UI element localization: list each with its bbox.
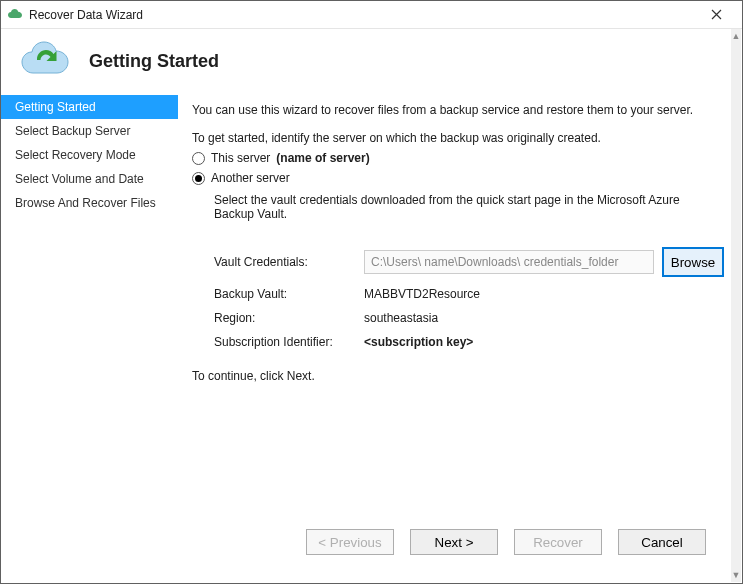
close-button[interactable] <box>696 2 736 28</box>
radio-unchecked-icon <box>192 152 205 165</box>
backup-vault-value: MABBVTD2Resource <box>364 287 480 301</box>
app-icon <box>7 7 23 23</box>
sidebar-item-getting-started[interactable]: Getting Started <box>1 95 178 119</box>
sidebar-item-select-recovery-mode[interactable]: Select Recovery Mode <box>1 143 178 167</box>
wizard-header: Getting Started <box>1 29 742 89</box>
recover-button: Recover <box>514 529 602 555</box>
subscription-identifier-value: <subscription key> <box>364 335 473 349</box>
radio-this-server-label: This server <box>211 151 270 165</box>
window-title: Recover Data Wizard <box>29 8 696 22</box>
radio-checked-icon <box>192 172 205 185</box>
vault-credentials-input[interactable] <box>364 250 654 274</box>
previous-button: < Previous <box>306 529 394 555</box>
vault-credentials-label: Vault Credentials: <box>214 255 354 269</box>
vertical-scrollbar[interactable]: ▲ ▼ <box>731 29 741 582</box>
radio-this-server-suffix: (name of server) <box>276 151 369 165</box>
region-label: Region: <box>214 311 354 325</box>
sidebar-item-select-volume-and-date[interactable]: Select Volume and Date <box>1 167 178 191</box>
cancel-button[interactable]: Cancel <box>618 529 706 555</box>
radio-this-server[interactable]: This server (name of server) <box>192 151 724 165</box>
radio-another-server-label: Another server <box>211 171 290 185</box>
next-button[interactable]: Next > <box>410 529 498 555</box>
intro-text-2: To get started, identify the server on w… <box>192 131 724 145</box>
page-title: Getting Started <box>89 51 219 72</box>
wizard-footer: < Previous Next > Recover Cancel <box>192 515 724 573</box>
vault-note: Select the vault credentials downloaded … <box>214 193 694 221</box>
scroll-down-arrow-icon[interactable]: ▼ <box>731 568 741 582</box>
title-bar: Recover Data Wizard <box>1 1 742 29</box>
subscription-identifier-label: Subscription Identifier: <box>214 335 354 349</box>
wizard-steps-sidebar: Getting Started Select Backup Server Sel… <box>1 89 178 583</box>
region-value: southeastasia <box>364 311 438 325</box>
scroll-up-arrow-icon[interactable]: ▲ <box>731 29 741 43</box>
continue-text: To continue, click Next. <box>192 369 724 383</box>
browse-button[interactable]: Browse <box>662 247 724 277</box>
backup-vault-label: Backup Vault: <box>214 287 354 301</box>
wizard-content: You can use this wizard to recover files… <box>178 89 742 583</box>
sidebar-item-select-backup-server[interactable]: Select Backup Server <box>1 119 178 143</box>
sidebar-item-browse-and-recover-files[interactable]: Browse And Recover Files <box>1 191 178 215</box>
radio-another-server[interactable]: Another server <box>192 171 724 185</box>
cloud-recover-icon <box>19 41 71 81</box>
intro-text-1: You can use this wizard to recover files… <box>192 103 724 117</box>
